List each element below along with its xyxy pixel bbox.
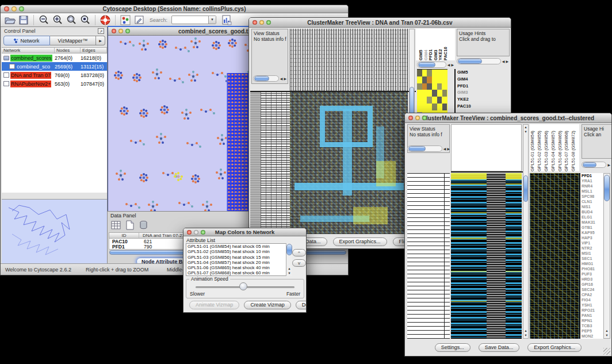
table-row[interactable]: RNAPuberNov2+ 563(0) 107847(0) xyxy=(2,79,107,88)
dense-network-cluster[interactable] xyxy=(227,73,248,216)
scroll-left-icon[interactable]: ◀ xyxy=(443,147,446,151)
scroll-right-icon[interactable]: ▶ xyxy=(607,163,610,167)
row-labels-column[interactable] xyxy=(250,92,261,234)
treeview-button[interactable]: Save Data... xyxy=(479,343,520,352)
tab-overflow-arrow[interactable]: ▶ xyxy=(96,36,105,45)
dialog-titlebar[interactable]: Map Colors to Network xyxy=(183,228,306,236)
move-up-button[interactable]: ^ xyxy=(292,249,306,256)
list-item[interactable]: GPL51-04 (GSM857) heat shock 20 min xyxy=(186,260,292,265)
scroll-up-icon[interactable]: ▲ xyxy=(286,267,292,271)
network-file-icon xyxy=(3,81,9,86)
minimize-icon[interactable] xyxy=(118,29,123,33)
help-lifesaver-icon[interactable] xyxy=(100,14,111,26)
data-heatmap[interactable] xyxy=(530,173,579,339)
scroll-right-icon[interactable]: ▶ xyxy=(451,63,454,67)
table-row[interactable]: DNA and Tran 07 769(0) 183728(0) xyxy=(2,71,107,79)
matrix-row-labels: GIM5GIM4PFD1GIM3YKE2PAC10 xyxy=(457,69,480,110)
minimize-icon[interactable] xyxy=(259,20,264,25)
column-dendrogram[interactable] xyxy=(290,29,408,91)
treeview-button[interactable]: Settings... xyxy=(435,343,471,352)
minimize-icon[interactable] xyxy=(194,230,198,235)
network-overview-panel[interactable] xyxy=(2,199,107,265)
usage-hscrollbar[interactable]: ◀▶ xyxy=(457,58,508,64)
open-file-icon[interactable] xyxy=(4,14,16,26)
new-attribute-icon[interactable] xyxy=(125,220,135,230)
done-button[interactable]: Done xyxy=(296,301,307,309)
resize-grip[interactable] xyxy=(603,348,610,355)
treeview2-titlebar[interactable]: ClusterMaker TreeView : combined_scores_… xyxy=(405,113,611,123)
save-icon[interactable] xyxy=(18,14,29,26)
speed-slider-thumb[interactable] xyxy=(239,282,247,290)
create-vizmap-button[interactable]: Create Vizmap xyxy=(244,301,290,309)
delete-attribute-icon[interactable] xyxy=(139,220,148,230)
treeview1-titlebar[interactable]: ClusterMaker TreeView : DNA and Tran 07-… xyxy=(249,18,511,28)
animate-vizmap-button[interactable]: Animate Vizmap xyxy=(189,301,239,309)
maximize-icon[interactable] xyxy=(19,6,24,12)
close-icon[interactable] xyxy=(112,29,116,33)
treeview-button[interactable]: Export Graphics... xyxy=(527,343,582,352)
similarity-heatmap[interactable] xyxy=(290,92,408,234)
table-row[interactable]: combined_sco 2569(6) 13112(15) xyxy=(2,62,107,71)
zoom-in-icon[interactable] xyxy=(52,14,63,26)
float-panel-icon[interactable]: ↗ xyxy=(98,28,104,34)
treeview-button[interactable]: Export Graphics... xyxy=(333,237,387,246)
matrix-hscrollbar[interactable]: ◀▶ xyxy=(417,62,454,68)
move-down-button[interactable]: v xyxy=(292,259,306,267)
table-row[interactable]: combined_scores 2764(0) 16218(0) xyxy=(2,53,107,62)
status-hint-zoom: Right-click + drag to ZOOM xyxy=(86,267,148,273)
annotation-page-icon[interactable] xyxy=(133,14,145,26)
minimize-icon[interactable] xyxy=(12,6,17,12)
list-item[interactable]: GPL51-07 (GSM868) heat shock 60 min xyxy=(186,270,292,275)
maximize-icon[interactable] xyxy=(125,29,130,33)
select-attributes-icon[interactable] xyxy=(111,220,121,230)
scroll-up-icon[interactable]: ▲ xyxy=(523,329,528,333)
tab-network[interactable]: Network xyxy=(3,36,50,45)
scroll-right-icon[interactable]: ▶ xyxy=(284,76,286,81)
zoom-fit-icon[interactable] xyxy=(79,14,91,26)
minimize-icon[interactable] xyxy=(415,116,420,120)
close-icon[interactable] xyxy=(187,230,192,235)
close-icon[interactable] xyxy=(253,20,257,25)
vscrollbar[interactable]: ▲ ▼ ▲ ▼ xyxy=(523,124,529,339)
maximize-icon[interactable] xyxy=(201,230,205,235)
expression-heatmap[interactable] xyxy=(451,173,522,339)
scroll-down-icon[interactable]: ▼ xyxy=(286,271,292,275)
list-item[interactable]: GPL51-02 (GSM855) heat shock 10 min xyxy=(186,249,292,254)
usage-hscrollbar[interactable]: ▶ xyxy=(582,162,610,168)
gene-list-vscrollbar[interactable]: ▲ ▼ xyxy=(603,173,610,339)
list-item[interactable]: GPL51-01 (GSM854) heat shock 05 min xyxy=(186,244,292,249)
search-input[interactable]: ▼ xyxy=(171,16,216,24)
scroll-down-icon[interactable]: ▼ xyxy=(523,130,528,134)
gene-label: YRA1 xyxy=(582,178,603,183)
list-item[interactable]: GPL51-06 (GSM865) heat shock 40 min xyxy=(186,265,292,270)
scroll-down-icon[interactable]: ▼ xyxy=(604,334,610,338)
scroll-left-icon[interactable]: ◀ xyxy=(280,76,283,81)
tab-vizmapper[interactable]: VizMapper™ xyxy=(50,36,96,45)
scroll-up-icon[interactable]: ▲ xyxy=(523,125,528,129)
scroll-left-icon[interactable]: ◀ xyxy=(502,59,505,64)
hscrollbar[interactable] xyxy=(253,75,279,82)
zoom-selected-icon[interactable] xyxy=(66,14,77,26)
gene-label: SEC24 xyxy=(582,287,603,292)
zoom-out-icon[interactable] xyxy=(38,14,49,26)
list-vscrollbar[interactable]: ▲ ▼ xyxy=(286,243,292,276)
close-icon[interactable] xyxy=(408,116,413,120)
list-item[interactable]: GPL51-03 (GSM856) heat shock 15 min xyxy=(186,255,292,260)
maximize-icon[interactable] xyxy=(266,20,271,25)
scroll-right-icon[interactable]: ▶ xyxy=(506,59,508,64)
main-titlebar[interactable]: Cytoscape Desktop (Session Name: collins… xyxy=(1,5,348,13)
row-dendrogram[interactable] xyxy=(261,92,290,234)
scroll-left-icon[interactable]: ◀ xyxy=(447,63,450,67)
column-tree-panel[interactable] xyxy=(451,124,522,171)
combo-arrow-icon[interactable]: ▼ xyxy=(208,16,216,24)
row-dendrogram[interactable] xyxy=(407,173,450,339)
vizmap-nodes-icon[interactable] xyxy=(120,14,131,26)
gene-label: PAN1 xyxy=(582,313,603,318)
scroll-up-icon[interactable]: ▲ xyxy=(604,329,610,333)
maximize-icon[interactable] xyxy=(422,116,427,120)
scroll-down-icon[interactable]: ▼ xyxy=(523,334,528,338)
close-icon[interactable] xyxy=(4,6,9,12)
chart-report-icon[interactable] xyxy=(221,14,232,26)
view-status-hscrollbar[interactable]: ◀▶ xyxy=(407,145,450,152)
scroll-right-icon[interactable]: ▶ xyxy=(447,147,450,151)
